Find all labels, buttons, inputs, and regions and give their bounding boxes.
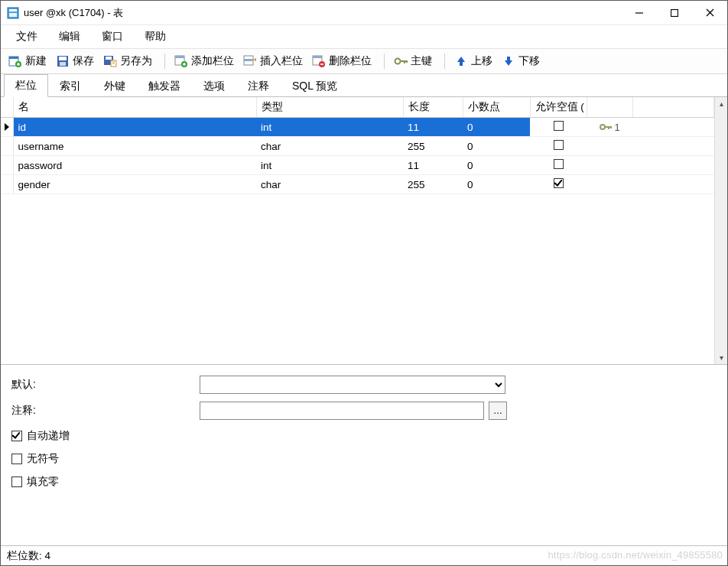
- nullable-checkbox[interactable]: [554, 178, 564, 188]
- row-header[interactable]: [1, 118, 13, 137]
- col-type[interactable]: 类型: [256, 97, 403, 118]
- menu-window[interactable]: 窗口: [91, 27, 134, 47]
- default-label: 默认:: [11, 378, 195, 392]
- cell-name[interactable]: password: [13, 156, 256, 175]
- cell-type[interactable]: int: [256, 118, 403, 137]
- table-row[interactable]: idint1101: [1, 118, 714, 137]
- zerofill-checkbox[interactable]: [11, 477, 22, 487]
- autoinc-checkbox[interactable]: [11, 431, 22, 441]
- comment-more-button[interactable]: …: [489, 402, 507, 420]
- close-button[interactable]: [692, 1, 727, 25]
- col-filler: [632, 97, 714, 118]
- table-row[interactable]: genderchar2550: [1, 175, 714, 194]
- cell-decimal[interactable]: 0: [463, 175, 530, 194]
- svg-rect-35: [406, 60, 408, 63]
- cell-length[interactable]: 255: [403, 137, 463, 156]
- col-null[interactable]: 允许空值 (: [530, 97, 587, 118]
- col-decimal[interactable]: 小数点: [463, 97, 530, 118]
- cell-nullable[interactable]: [530, 175, 587, 194]
- tab-comment[interactable]: 注释: [236, 75, 281, 97]
- tab-fields[interactable]: 栏位: [4, 74, 48, 97]
- menu-file[interactable]: 文件: [5, 27, 48, 47]
- svg-rect-16: [106, 57, 112, 60]
- col-name[interactable]: 名: [13, 97, 256, 118]
- comment-input[interactable]: [200, 402, 484, 420]
- cell-filler: [632, 156, 714, 175]
- col-rowheader: [1, 97, 13, 118]
- unsigned-label: 无符号: [27, 452, 59, 466]
- minimize-button[interactable]: [622, 1, 657, 25]
- saveas-button[interactable]: 另存为: [100, 52, 158, 70]
- add-field-label: 添加栏位: [191, 54, 234, 68]
- table-new-icon: [8, 54, 22, 68]
- cell-type[interactable]: char: [256, 175, 403, 194]
- cell-decimal[interactable]: 0: [463, 137, 530, 156]
- cell-nullable[interactable]: [530, 156, 587, 175]
- scroll-track[interactable]: [715, 110, 727, 351]
- cell-key[interactable]: 1: [587, 118, 632, 137]
- tab-fk[interactable]: 外键: [93, 75, 137, 97]
- app-icon: [7, 7, 19, 19]
- cell-length[interactable]: 11: [403, 156, 463, 175]
- cell-decimal[interactable]: 0: [463, 118, 530, 137]
- svg-rect-1: [9, 9, 17, 11]
- row-header[interactable]: [1, 137, 13, 156]
- insert-field-button[interactable]: 插入栏位: [240, 52, 309, 70]
- field-properties: 默认: 注释: … 自动递增 无符号 填充零: [1, 365, 727, 545]
- maximize-button[interactable]: [657, 1, 692, 25]
- delete-field-icon: [312, 54, 326, 68]
- delete-field-button[interactable]: 删除栏位: [309, 52, 378, 70]
- autoinc-label: 自动递增: [27, 429, 70, 443]
- move-down-button[interactable]: 下移: [499, 52, 546, 70]
- cell-filler: [632, 175, 714, 194]
- cell-filler: [632, 118, 714, 137]
- default-select[interactable]: [200, 376, 505, 394]
- move-down-label: 下移: [518, 54, 540, 68]
- cell-length[interactable]: 11: [403, 118, 463, 137]
- cell-type[interactable]: int: [256, 156, 403, 175]
- cell-type[interactable]: char: [256, 137, 403, 156]
- tab-options[interactable]: 选项: [192, 75, 236, 97]
- new-button[interactable]: 新建: [5, 52, 53, 70]
- tab-index[interactable]: 索引: [48, 75, 93, 97]
- svg-rect-34: [404, 60, 405, 63]
- svg-rect-8: [9, 57, 18, 59]
- col-key[interactable]: [587, 97, 632, 118]
- tab-sqlpreview[interactable]: SQL 预览: [281, 75, 349, 97]
- move-up-button[interactable]: 上移: [451, 52, 499, 70]
- cell-name[interactable]: id: [13, 118, 256, 137]
- titlebar: user @xk (C1704) - 表: [1, 1, 727, 25]
- unsigned-checkbox[interactable]: [11, 454, 22, 464]
- cell-key[interactable]: [587, 156, 632, 175]
- save-button[interactable]: 保存: [53, 52, 100, 70]
- scroll-down-icon[interactable]: ▾: [715, 351, 727, 364]
- fields-grid-wrap: 名 类型 长度 小数点 允许空值 ( idint1101usernamechar…: [1, 97, 727, 365]
- svg-rect-26: [244, 59, 253, 61]
- nullable-checkbox[interactable]: [554, 121, 564, 131]
- cell-length[interactable]: 255: [403, 175, 463, 194]
- cell-key[interactable]: [587, 175, 632, 194]
- menu-help[interactable]: 帮助: [134, 27, 177, 47]
- add-field-button[interactable]: 添加栏位: [171, 52, 240, 70]
- nullable-checkbox[interactable]: [554, 159, 564, 169]
- menu-edit[interactable]: 编辑: [48, 27, 91, 47]
- table-row[interactable]: passwordint110: [1, 156, 714, 175]
- row-header[interactable]: [1, 156, 13, 175]
- cell-name[interactable]: gender: [13, 175, 256, 194]
- scroll-up-icon[interactable]: ▴: [715, 97, 727, 110]
- fields-grid[interactable]: 名 类型 长度 小数点 允许空值 ( idint1101usernamechar…: [1, 97, 714, 194]
- cell-name[interactable]: username: [13, 137, 256, 156]
- primary-key-button[interactable]: 主键: [391, 52, 438, 70]
- tab-trigger[interactable]: 触发器: [137, 75, 192, 97]
- key-icon: [599, 122, 613, 132]
- cell-key[interactable]: [587, 137, 632, 156]
- cell-nullable[interactable]: [530, 118, 587, 137]
- row-header[interactable]: [1, 175, 13, 194]
- cell-decimal[interactable]: 0: [463, 156, 530, 175]
- table-row[interactable]: usernamechar2550: [1, 137, 714, 156]
- cell-filler: [632, 137, 714, 156]
- cell-nullable[interactable]: [530, 137, 587, 156]
- nullable-checkbox[interactable]: [554, 140, 564, 150]
- vertical-scrollbar[interactable]: ▴ ▾: [714, 97, 727, 364]
- col-length[interactable]: 长度: [403, 97, 463, 118]
